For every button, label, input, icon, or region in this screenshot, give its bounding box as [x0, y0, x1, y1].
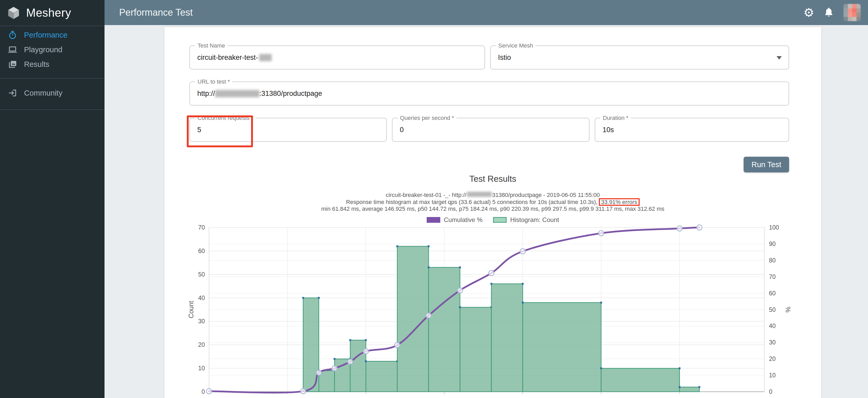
run-test-button[interactable]: Run Test [744, 157, 789, 172]
brand-name: Meshery [26, 6, 71, 19]
sidebar-divider [0, 78, 104, 78]
page-title: Performance Test [119, 7, 192, 18]
result-line-histogram-info: Response time histogram at max target qp… [164, 198, 821, 206]
duration-field[interactable]: Duration * 10s [595, 118, 789, 142]
svg-text:60: 60 [769, 290, 776, 297]
svg-text:70: 70 [198, 224, 205, 231]
svg-text:70: 70 [769, 273, 776, 280]
queries-per-second-label: Queries per second * [398, 114, 457, 122]
svg-text:0: 0 [202, 388, 205, 395]
url-to-test-label: URL to test * [195, 78, 232, 85]
duration-value: 10s [602, 126, 614, 134]
result-line-percentiles: min 61.842 ms, average 146.925 ms, p50 1… [164, 206, 821, 212]
stopwatch-icon [8, 30, 17, 40]
results-chart: 0102030405060700102030405060708090100Cou… [167, 223, 820, 398]
chart-container: 0102030405060700102030405060708090100Cou… [167, 223, 820, 398]
sidebar-item-label: Community [24, 89, 62, 97]
service-mesh-label: Service Mesh [496, 42, 535, 49]
legend-item-histogram[interactable]: Histogram: Count [493, 216, 559, 224]
concurrent-requests-value: 5 [197, 126, 201, 134]
concurrent-requests-label: Concurrent requests * [195, 114, 256, 122]
queries-per-second-value: 0 [400, 126, 404, 134]
svg-text:40: 40 [198, 295, 205, 301]
blurred-ip-address [215, 90, 259, 97]
svg-text:30: 30 [198, 318, 205, 325]
svg-text:20: 20 [198, 341, 205, 348]
legend-label: Cumulative % [444, 216, 483, 224]
avatar[interactable] [843, 4, 861, 21]
sidebar: Meshery Performance Playground Results [0, 0, 104, 398]
blurred-test-name-suffix [259, 54, 272, 61]
queries-per-second-field[interactable]: Queries per second * 0 [392, 118, 589, 142]
brand: Meshery [0, 0, 104, 26]
service-mesh-value: Istio [498, 54, 511, 62]
url-suffix: :31380/productpage [259, 90, 322, 98]
svg-text:50: 50 [769, 306, 776, 313]
duration-label: Duration * [600, 114, 631, 122]
svg-text:60: 60 [198, 247, 205, 254]
sidebar-nav: Performance Playground Results [0, 26, 104, 72]
meshery-logo-icon [7, 6, 20, 20]
sidebar-item-performance[interactable]: Performance [0, 28, 104, 42]
red-annotation-box-errors: 33.91% errors [599, 198, 640, 206]
sidebar-item-label: Playground [24, 45, 62, 54]
svg-text:80: 80 [769, 257, 776, 264]
exit-icon [8, 88, 17, 98]
histogram-swatch [493, 217, 507, 223]
sidebar-item-results[interactable]: Results [0, 57, 104, 72]
svg-text:10: 10 [769, 372, 776, 379]
test-name-field[interactable]: Test Name circuit-breaker-test- [189, 45, 485, 69]
header: Performance Test ⚙ [104, 0, 868, 25]
svg-text:20: 20 [769, 356, 776, 362]
svg-text:90: 90 [769, 240, 776, 247]
sidebar-item-label: Performance [24, 31, 67, 39]
blurred-ip-address [467, 192, 492, 197]
svg-text:40: 40 [769, 323, 776, 329]
sidebar-divider [0, 109, 104, 110]
svg-text:30: 30 [769, 339, 776, 346]
url-prefix: http:// [197, 90, 215, 98]
legend-item-cumulative[interactable]: Cumulative % [427, 216, 483, 224]
test-name-value: circuit-breaker-test- [197, 54, 258, 62]
sidebar-item-playground[interactable]: Playground [0, 42, 104, 57]
legend-label: Histogram: Count [510, 216, 559, 224]
sidebar-item-community[interactable]: Community [0, 86, 104, 100]
gallery-icon [8, 60, 17, 69]
url-to-test-field[interactable]: URL to test * http:// :31380/productpage [189, 81, 789, 105]
svg-text:Count: Count [187, 301, 195, 318]
performance-test-panel: Test Name circuit-breaker-test- Service … [164, 27, 821, 398]
bell-icon[interactable] [824, 7, 834, 18]
concurrent-requests-field[interactable]: Concurrent requests * 5 [189, 118, 387, 142]
gear-icon[interactable]: ⚙ [803, 6, 814, 19]
chevron-down-icon [777, 56, 782, 60]
sidebar-item-label: Results [24, 60, 50, 69]
test-results-heading: Test Results [164, 174, 821, 184]
cumulative-swatch [427, 217, 440, 223]
content-area: Test Name circuit-breaker-test- Service … [104, 25, 868, 398]
svg-text:%: % [784, 307, 792, 312]
test-results-summary: circuit-breaker-test-01 -_- http://31380… [164, 192, 821, 212]
laptop-icon [8, 45, 17, 54]
svg-text:0: 0 [769, 388, 772, 395]
svg-text:100: 100 [769, 224, 779, 231]
chart-legend: Cumulative % Histogram: Count [164, 216, 821, 224]
test-name-label: Test Name [195, 42, 227, 49]
service-mesh-select[interactable]: Service Mesh Istio [490, 45, 789, 69]
result-line-run-info: circuit-breaker-test-01 -_- http://31380… [164, 192, 821, 198]
svg-text:10: 10 [198, 365, 205, 372]
svg-text:50: 50 [198, 271, 205, 278]
